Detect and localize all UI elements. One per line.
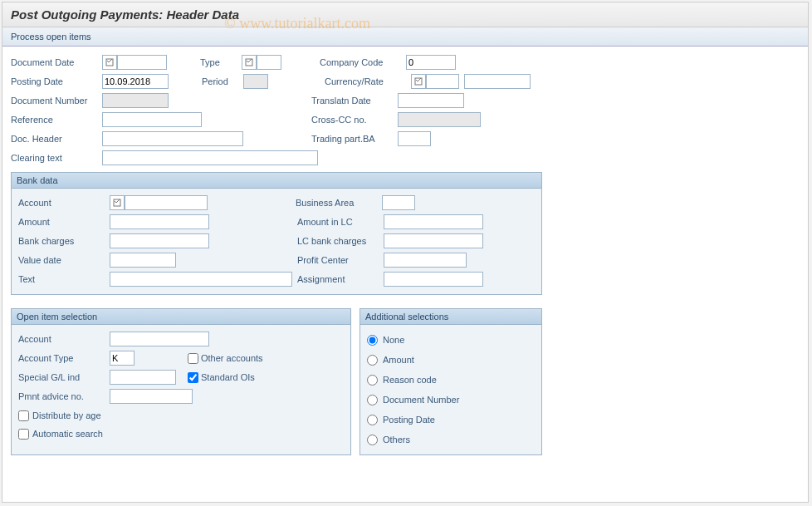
bank-charges-label: Bank charges: [18, 236, 110, 246]
svg-rect-1: [246, 59, 252, 66]
lc-bank-charges-label: LC bank charges: [292, 236, 384, 246]
radio-option-reason-code[interactable]: Reason code: [367, 370, 535, 390]
account-type-input[interactable]: [110, 351, 135, 366]
cross-cc-label: Cross-CC no.: [306, 115, 398, 125]
currency-input[interactable]: [426, 74, 459, 89]
radio-label: Document Number: [383, 395, 459, 405]
bank-charges-input[interactable]: [110, 233, 209, 248]
other-accounts-label: Other accounts: [201, 353, 263, 363]
clearing-text-label: Clearing text: [11, 153, 102, 163]
profit-center-label: Profit Center: [292, 255, 384, 265]
pmnt-advice-input[interactable]: [110, 389, 193, 404]
process-open-items-button[interactable]: Process open items: [11, 32, 91, 42]
company-code-label: Company Code: [315, 57, 406, 67]
cross-cc-input: [398, 112, 481, 127]
period-label: Period: [202, 76, 243, 86]
radio-option-document-number[interactable]: Document Number: [367, 390, 535, 410]
oi-account-input[interactable]: [110, 332, 209, 346]
radio-option-none[interactable]: None: [367, 330, 535, 350]
amount-lc-label: Amount in LC: [292, 217, 384, 227]
special-gl-label: Special G/L ind: [18, 372, 110, 382]
period-input: [243, 74, 268, 89]
bank-data-group: Bank data Account Business Area Amount A…: [11, 172, 542, 295]
radio-label: Amount: [383, 355, 414, 365]
account-type-label: Account Type: [18, 353, 110, 363]
bank-account-input[interactable]: [125, 195, 208, 210]
text-label: Text: [18, 274, 110, 284]
clearing-text-input[interactable]: [102, 150, 318, 165]
open-item-selection-group: Open item selection Account Account Type…: [11, 308, 351, 455]
trading-part-ba-label: Trading part.BA: [306, 134, 398, 144]
reference-input[interactable]: [102, 112, 202, 127]
translatn-date-label: Translatn Date: [306, 96, 398, 106]
doc-header-input[interactable]: [102, 131, 243, 146]
type-f4-icon[interactable]: [242, 55, 257, 70]
form-area: Document Date Type Company Code Posting …: [2, 47, 808, 462]
doc-header-label: Doc. Header: [11, 134, 102, 144]
value-date-label: Value date: [18, 255, 110, 265]
additional-selections-group: Additional selections NoneAmountReason c…: [360, 308, 542, 455]
type-input[interactable]: [257, 55, 281, 70]
currency-rate-f4-icon[interactable]: [411, 74, 426, 89]
business-area-label: Business Area: [291, 198, 382, 208]
open-item-selection-header: Open item selection: [12, 309, 350, 325]
posting-date-label: Posting Date: [11, 76, 102, 86]
document-date-input[interactable]: [117, 55, 167, 70]
radio-label: Posting Date: [383, 415, 435, 425]
distribute-by-age-checkbox[interactable]: Distribute by age: [18, 406, 344, 425]
radio-label: Others: [383, 435, 410, 445]
type-label: Type: [200, 57, 242, 67]
profit-center-input[interactable]: [384, 253, 467, 268]
bank-account-f4-icon[interactable]: [110, 195, 125, 210]
translatn-date-input[interactable]: [398, 93, 464, 108]
amount-label: Amount: [18, 217, 110, 227]
distribute-by-age-label: Distribute by age: [32, 410, 101, 420]
radio-label: None: [383, 335, 404, 345]
pmnt-advice-label: Pmnt advice no.: [18, 391, 110, 401]
additional-selections-header: Additional selections: [360, 309, 541, 325]
page-title: Post Outgoing Payments: Header Data: [2, 2, 808, 27]
value-date-input[interactable]: [110, 253, 176, 268]
svg-rect-0: [106, 59, 113, 66]
standard-ois-label: Standard OIs: [201, 372, 255, 382]
currency-rate-label: Currency/Rate: [320, 76, 411, 86]
document-date-label: Document Date: [11, 57, 102, 67]
posting-date-input[interactable]: [102, 74, 169, 89]
standard-ois-checkbox[interactable]: Standard OIs: [188, 372, 255, 383]
automatic-search-label: Automatic search: [32, 429, 103, 439]
amount-lc-input[interactable]: [384, 214, 483, 229]
special-gl-input[interactable]: [110, 370, 176, 385]
toolbar: Process open items: [2, 27, 808, 47]
bank-data-header: Bank data: [12, 173, 541, 189]
svg-rect-2: [415, 78, 422, 85]
amount-input[interactable]: [110, 214, 209, 229]
business-area-input[interactable]: [382, 195, 415, 210]
text-input[interactable]: [110, 272, 292, 287]
automatic-search-checkbox[interactable]: Automatic search: [18, 425, 344, 443]
oi-account-label: Account: [18, 334, 110, 344]
trading-part-ba-input[interactable]: [398, 131, 431, 146]
company-code-input[interactable]: [406, 55, 456, 70]
document-number-input: [102, 93, 169, 108]
radio-label: Reason code: [383, 375, 437, 385]
assignment-input[interactable]: [384, 272, 483, 287]
other-accounts-checkbox[interactable]: Other accounts: [188, 353, 263, 364]
svg-rect-3: [114, 199, 120, 206]
lc-bank-charges-input[interactable]: [384, 233, 483, 248]
rate-input[interactable]: [464, 74, 531, 89]
assignment-label: Assignment: [292, 274, 384, 284]
document-number-label: Document Number: [11, 96, 102, 106]
radio-option-others[interactable]: Others: [367, 430, 535, 450]
radio-option-amount[interactable]: Amount: [367, 350, 535, 370]
bank-account-label: Account: [18, 198, 110, 208]
radio-option-posting-date[interactable]: Posting Date: [367, 410, 535, 430]
document-date-f4-icon[interactable]: [102, 55, 117, 70]
reference-label: Reference: [11, 115, 102, 125]
